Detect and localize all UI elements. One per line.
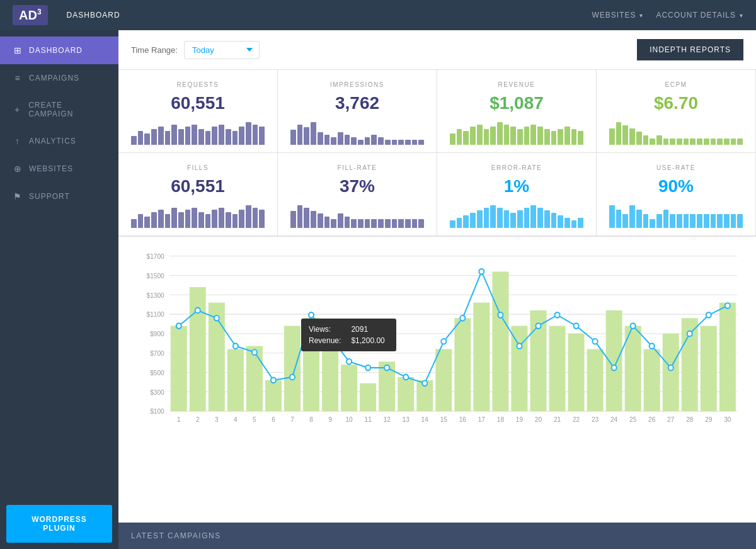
mini-bar bbox=[504, 210, 510, 228]
mini-chart-impressions bbox=[290, 120, 424, 145]
sidebar-item-websites[interactable]: ⊕ WEBSITES bbox=[0, 155, 118, 183]
sidebar-label-websites: WEBSITES bbox=[29, 164, 73, 173]
mini-bar bbox=[212, 210, 217, 228]
svg-point-94 bbox=[479, 269, 484, 274]
mini-bar bbox=[259, 127, 265, 145]
svg-text:4: 4 bbox=[234, 416, 238, 423]
svg-text:$1500: $1500 bbox=[147, 273, 164, 280]
sidebar-item-create-campaign[interactable]: + CREATE CAMPAIGN bbox=[0, 92, 118, 127]
svg-point-105 bbox=[687, 331, 692, 337]
mini-bar bbox=[144, 133, 150, 145]
mini-bar bbox=[311, 211, 316, 228]
svg-point-90 bbox=[403, 375, 408, 380]
mini-bar bbox=[385, 219, 391, 228]
mini-bar bbox=[497, 208, 503, 228]
svg-point-103 bbox=[650, 343, 655, 349]
svg-text:27: 27 bbox=[667, 416, 674, 423]
tooltip-revenue-value: $1,200.00 bbox=[345, 335, 388, 346]
svg-rect-46 bbox=[701, 326, 717, 412]
svg-rect-26 bbox=[322, 341, 338, 411]
mini-bar bbox=[629, 205, 635, 228]
stat-value-fills: 60,551 bbox=[171, 176, 225, 196]
sidebar-item-support[interactable]: ⚑ SUPPORT bbox=[0, 183, 118, 210]
nav-account-details[interactable]: ACCOUNT DETAILS ▾ bbox=[656, 11, 743, 20]
sidebar: ⊞ DASHBOARD≡ CAMPAIGNS+ CREATE CAMPAIGN↑… bbox=[0, 30, 118, 549]
mini-bar bbox=[185, 127, 191, 145]
time-range-select[interactable]: Today Yesterday Last 7 Days Last 30 Days bbox=[184, 41, 260, 59]
svg-text:$1300: $1300 bbox=[147, 291, 164, 298]
mini-bar bbox=[490, 127, 496, 145]
mini-bar bbox=[398, 140, 404, 145]
mini-bar bbox=[497, 122, 503, 145]
mini-bar bbox=[564, 127, 570, 145]
mini-bar bbox=[371, 135, 377, 145]
mini-bar bbox=[290, 130, 296, 145]
svg-point-87 bbox=[346, 359, 352, 365]
mini-bar bbox=[158, 210, 164, 228]
svg-rect-44 bbox=[663, 334, 679, 411]
mini-bar bbox=[470, 127, 476, 145]
mini-bar bbox=[232, 131, 238, 145]
svg-point-80 bbox=[214, 315, 219, 321]
mini-bar bbox=[690, 214, 696, 228]
nav-dashboard[interactable]: DASHBOARD bbox=[67, 11, 120, 20]
svg-text:29: 29 bbox=[705, 416, 712, 423]
svg-text:1: 1 bbox=[177, 416, 181, 423]
mini-bar bbox=[392, 219, 398, 228]
svg-rect-35 bbox=[492, 271, 508, 411]
sidebar-item-campaigns[interactable]: ≡ CAMPAIGNS bbox=[0, 64, 118, 92]
mini-bar bbox=[304, 127, 309, 145]
mini-bar bbox=[185, 210, 191, 228]
mini-bar bbox=[731, 139, 736, 145]
chart-tooltip: Views: 2091 Revenue: $1,200.00 bbox=[301, 319, 396, 351]
mini-bar bbox=[724, 214, 730, 228]
tooltip-views-label: Views: bbox=[309, 324, 345, 335]
mini-bar bbox=[151, 212, 157, 228]
mini-bar bbox=[530, 205, 536, 228]
mini-bar bbox=[544, 129, 550, 145]
svg-rect-27 bbox=[341, 365, 357, 411]
wordpress-plugin-button[interactable]: WORDPRESS PLUGIN bbox=[6, 505, 112, 543]
sidebar-item-analytics[interactable]: ↑ ANALYTICS bbox=[0, 127, 118, 155]
latest-campaigns-bar: LATEST CAMPAIGNS bbox=[118, 523, 756, 549]
mini-bar bbox=[405, 219, 411, 228]
svg-point-82 bbox=[252, 349, 257, 355]
mini-bar bbox=[165, 214, 171, 228]
mini-bar bbox=[457, 129, 462, 145]
svg-text:19: 19 bbox=[516, 416, 523, 423]
stat-card-fill-rate: FILL-RATE 37% bbox=[278, 153, 437, 236]
top-nav: AD3 DASHBOARD WEBSITES ▾ ACCOUNT DETAILS… bbox=[0, 0, 756, 30]
toolbar: Time Range: Today Yesterday Last 7 Days … bbox=[118, 30, 756, 70]
indepth-reports-button[interactable]: INDEPTH REPORTS bbox=[637, 39, 743, 60]
mini-chart-requests bbox=[131, 120, 265, 145]
sidebar-item-dashboard[interactable]: ⊞ DASHBOARD bbox=[0, 37, 118, 64]
mini-bar bbox=[192, 125, 197, 145]
svg-rect-23 bbox=[265, 380, 282, 411]
mini-bar bbox=[144, 217, 150, 228]
svg-text:23: 23 bbox=[592, 416, 598, 423]
mini-bar bbox=[158, 127, 164, 145]
mini-bar bbox=[684, 214, 689, 228]
nav-websites[interactable]: WEBSITES ▾ bbox=[592, 11, 643, 20]
mini-bar bbox=[477, 210, 483, 228]
support-icon: ⚑ bbox=[13, 191, 23, 201]
mini-bar bbox=[239, 127, 244, 145]
svg-text:$100: $100 bbox=[150, 408, 164, 415]
mini-bar bbox=[212, 127, 217, 145]
mini-bar bbox=[490, 205, 496, 228]
svg-point-102 bbox=[631, 323, 636, 329]
tooltip-views-value: 2091 bbox=[345, 324, 388, 335]
mini-bar bbox=[226, 129, 231, 145]
nav-center: DASHBOARD bbox=[67, 11, 592, 20]
svg-text:18: 18 bbox=[497, 416, 504, 423]
svg-rect-47 bbox=[719, 303, 736, 411]
dashboard-icon: ⊞ bbox=[13, 45, 23, 55]
mini-bar bbox=[385, 140, 391, 145]
mini-bar bbox=[571, 129, 577, 145]
svg-text:14: 14 bbox=[421, 416, 428, 423]
mini-bar bbox=[717, 139, 723, 145]
campaigns-icon: ≡ bbox=[13, 73, 23, 83]
mini-bar bbox=[622, 214, 628, 228]
svg-point-85 bbox=[309, 312, 314, 318]
mini-bar bbox=[219, 208, 224, 228]
